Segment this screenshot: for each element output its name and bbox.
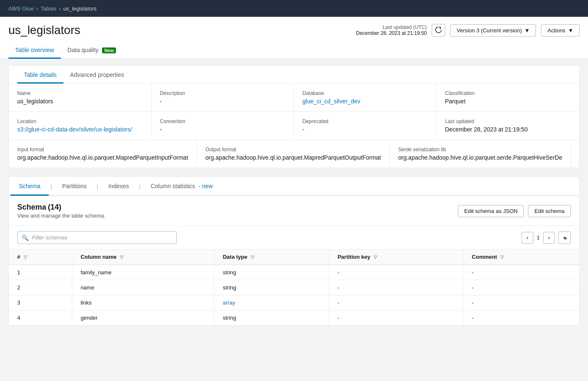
cell-num: 2 [9,280,72,295]
cell-type: string [214,280,328,295]
tab-data-quality[interactable]: Data quality New [61,42,123,59]
col-type-sort-icon: ▽ [251,255,254,260]
detail-connection: Connection - [152,112,294,139]
header-meta: Last updated (UTC) December 28, 2023 at … [356,24,427,36]
table-row: 4 gender string - - [9,310,579,326]
tab-table-overview[interactable]: Table overview [8,42,61,59]
tab-advanced-properties[interactable]: Advanced properties [63,66,131,84]
breadcrumb-sep-1: › [36,5,38,12]
detail-serde: Serde serialization lib org.apache.hadoo… [390,140,571,168]
schema-section: Schema (14) View and manage the table sc… [8,196,580,326]
column-stats-badge: - new [198,183,213,189]
details-row-1: Name us_legislators Description - Databa… [9,84,579,112]
breadcrumb-current: us_legislators [63,5,97,12]
type-value: string [223,269,236,276]
actions-button[interactable]: Actions ▼ [541,24,580,37]
type-value: string [223,284,236,291]
section-tab-schema[interactable]: Schema [10,178,49,196]
col-header-comment: Comment ▽ [463,250,579,265]
table-row: 2 name string - - [9,280,579,295]
cell-type: string [214,265,328,280]
col-name-sort-icon: ▽ [120,255,123,260]
detail-deprecated-value: - [302,126,428,133]
detail-output-format-label: Output format [205,147,381,152]
detail-empty [571,140,588,168]
edit-schema-button[interactable]: Edit schema [528,205,571,217]
settings-icon [561,234,568,241]
last-updated-value: December 28, 2023 at 21:19:50 [356,30,427,36]
pagination-prev-button[interactable]: ‹ [522,232,533,244]
detail-classification-label: Classification [445,90,571,96]
schema-title: Schema [17,203,46,212]
inner-tabs: Table details Advanced properties [9,66,579,84]
detail-location-value[interactable]: s3://glue-ci-cd-data-dev/silver/us-legis… [17,126,143,133]
last-updated-label: Last updated (UTC) [356,24,427,30]
col-num-sort-icon: ▽ [24,255,27,260]
cell-type: string [214,310,328,326]
cell-name: family_name [72,265,214,280]
table-row: 1 family_name string - - [9,265,579,280]
table-header-row: # ▽ Column name ▽ Data type ▽ [9,250,579,265]
table-row: 3 links array - - [9,295,579,310]
detail-output-format-value: org.apache.hadoop.hive.ql.io.parquet.Map… [205,154,381,161]
data-quality-badge: New [102,47,116,53]
pagination-next-button[interactable]: › [543,232,555,244]
detail-serde-value: org.apache.hadoop.hive.ql.io.parquet.ser… [398,154,562,161]
cell-partition: - [329,280,463,295]
table-settings-button[interactable] [558,231,571,244]
col-partition-sort-icon: ▽ [373,255,377,260]
page-header: us_legislators Last updated (UTC) Decemb… [0,17,588,59]
cell-num: 3 [9,295,72,310]
breadcrumb-sep-2: › [59,5,60,12]
detail-description-label: Description [160,90,286,96]
schema-title-row: Schema (14) [17,203,105,212]
detail-name: Name us_legislators [9,84,152,111]
type-link[interactable]: array [223,300,235,306]
detail-last-updated: Last updated December 28, 2023 at 21:19:… [437,112,580,139]
section-tabs-bar: Schema | Partitions | Indexes | Column s… [8,176,580,196]
refresh-button[interactable] [432,24,445,37]
section-tab-sep-1: | [49,177,54,195]
type-value: string [223,315,236,321]
cell-partition: - [329,295,463,310]
detail-last-updated-value: December 28, 2023 at 21:19:50 [445,126,571,133]
schema-actions: Edit schema as JSON Edit schema [458,205,571,217]
col-header-type: Data type ▽ [214,250,328,265]
detail-name-label: Name [17,90,143,96]
detail-input-format-label: Input format [17,147,188,152]
cell-partition: - [329,310,463,326]
detail-database-label: Database [302,90,428,96]
section-tab-indexes[interactable]: Indexes [100,178,137,196]
header-right: Last updated (UTC) December 28, 2023 at … [356,24,580,37]
detail-classification: Classification Parquet [437,84,580,111]
version-button[interactable]: Version 3 (Current version) ▼ [450,24,536,37]
schema-filter-input[interactable] [17,231,177,244]
schema-table: # ▽ Column name ▽ Data type ▽ [9,250,579,325]
breadcrumb-tables[interactable]: Tables [41,5,57,12]
details-row-3: Input format org.apache.hadoop.hive.ql.i… [9,140,579,168]
filter-search-box: 🔍 [17,231,177,244]
cell-partition: - [329,265,463,280]
detail-database-value[interactable]: glue_ci_cd_silver_dev [302,98,428,105]
detail-input-format: Input format org.apache.hadoop.hive.ql.i… [9,140,197,168]
section-tabs: Schema | Partitions | Indexes | Column s… [9,177,579,196]
col-comment-sort-icon: ▽ [500,255,504,260]
cell-num: 4 [9,310,72,326]
page-title: us_legislators [8,24,80,37]
section-tab-column-statistics[interactable]: Column statistics - new [142,178,221,196]
detail-classification-value: Parquet [445,98,571,105]
cell-name: links [72,295,214,310]
detail-connection-value: - [160,126,286,133]
breadcrumb: AWS Glue › Tables › us_legislators [8,5,97,12]
section-tab-partitions[interactable]: Partitions [54,178,95,196]
edit-schema-json-button[interactable]: Edit schema as JSON [458,205,524,217]
detail-location: Location s3://glue-ci-cd-data-dev/silver… [9,112,152,139]
detail-input-format-value: org.apache.hadoop.hive.ql.io.parquet.Map… [17,154,188,161]
cell-num: 1 [9,265,72,280]
tab-table-details[interactable]: Table details [17,66,63,84]
page-number: 1 [537,234,540,241]
breadcrumb-aws-glue[interactable]: AWS Glue [8,5,34,12]
detail-location-label: Location [17,118,143,124]
detail-serde-label: Serde serialization lib [398,147,562,152]
detail-database: Database glue_ci_cd_silver_dev [294,84,437,111]
